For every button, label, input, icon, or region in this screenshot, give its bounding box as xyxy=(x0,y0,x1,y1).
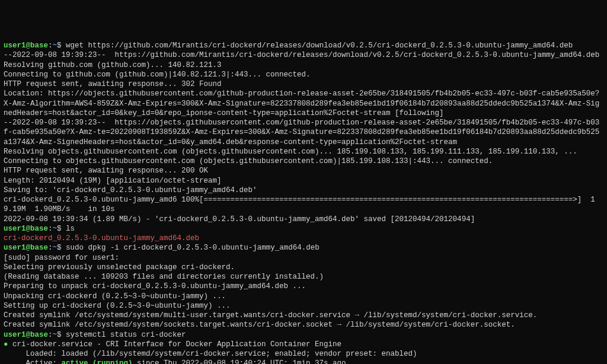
systemctl-loaded-line: Loaded: loaded (/lib/systemd/system/cri-… xyxy=(4,349,603,359)
prompt-user: user1@base xyxy=(4,225,48,233)
dpkg-output-line: (Reading database ... 109203 files and d… xyxy=(4,272,603,282)
dpkg-output-line: Unpacking cri-dockerd (0.2.5~3-0~ubuntu-… xyxy=(4,292,603,301)
wget-output-line: Connecting to github.com (github.com)|14… xyxy=(4,70,603,79)
dpkg-output-line: Preparing to unpack cri-dockerd_0.2.5.3-… xyxy=(4,282,603,291)
wget-progress-line: cri-dockerd_0.2.5.3-0.ubuntu-jammy_amd6 … xyxy=(4,195,603,215)
dpkg-command: sudo dpkg -i cri-dockerd_0.2.5.3-0.ubunt… xyxy=(66,244,320,252)
prompt-line-2: user1@base:~$ ls xyxy=(4,224,603,234)
prompt-user: user1@base xyxy=(4,41,48,50)
active-running-status: active (running) xyxy=(62,359,133,364)
systemctl-service-line: ● cri-docker.service - CRI Interface for… xyxy=(4,340,603,349)
wget-output-line: Resolving github.com (github.com)... 140… xyxy=(4,60,603,70)
wget-output-line: HTTP request sent, awaiting response... … xyxy=(4,166,603,175)
prompt-line-1: user1@base:~$ wget https://github.com/Mi… xyxy=(4,41,603,50)
dpkg-output-line: Created symlink /etc/systemd/system/mult… xyxy=(4,311,603,320)
terminal-output[interactable]: user1@base:~$ wget https://github.com/Mi… xyxy=(4,41,603,364)
ls-command: ls xyxy=(66,225,75,233)
wget-output-line: Resolving objects.githubusercontent.com … xyxy=(4,147,603,157)
ls-output-file: cri-dockerd_0.2.5.3-0.ubuntu-jammy_amd64… xyxy=(4,234,603,243)
wget-output-line: Saving to: 'cri-dockerd_0.2.5.3-0.ubuntu… xyxy=(4,186,603,195)
prompt-user: user1@base xyxy=(4,331,48,339)
wget-command: wget https://github.com/Mirantis/cri-doc… xyxy=(66,41,573,50)
prompt-path: ~ xyxy=(53,331,57,339)
prompt-path: ~ xyxy=(53,225,57,233)
prompt-user: user1@base xyxy=(4,244,48,252)
wget-output-line: Location: https://objects.githubusercont… xyxy=(4,89,603,118)
wget-output-line: --2022-09-08 19:39:23-- https://objects.… xyxy=(4,118,603,147)
wget-output-line: HTTP request sent, awaiting response... … xyxy=(4,79,603,89)
wget-summary-line: 2022-09-08 19:39:34 (1.89 MB/s) - 'cri-d… xyxy=(4,215,603,224)
dpkg-output-line: [sudo] password for user1: xyxy=(4,253,603,263)
dpkg-output-line: Selecting previously unselected package … xyxy=(4,263,603,272)
systemctl-command: systemctl status cri-docker xyxy=(66,331,186,339)
prompt-line-3: user1@base:~$ sudo dpkg -i cri-dockerd_0… xyxy=(4,243,603,253)
prompt-line-4: user1@base:~$ systemctl status cri-docke… xyxy=(4,330,603,340)
dpkg-output-line: Created symlink /etc/systemd/system/sock… xyxy=(4,320,603,330)
wget-output-line: Length: 20120494 (19M) [application/octe… xyxy=(4,176,603,186)
status-dot-icon: ● xyxy=(4,340,8,349)
prompt-path: ~ xyxy=(53,244,57,252)
wget-output-line: Connecting to objects.githubusercontent.… xyxy=(4,157,603,166)
dpkg-output-line: Setting up cri-dockerd (0.2.5~3-0~ubuntu… xyxy=(4,301,603,311)
systemctl-active-line: Active: active (running) since Thu 2022-… xyxy=(4,359,603,364)
wget-output-line: --2022-09-08 19:39:23-- https://github.c… xyxy=(4,50,603,60)
prompt-path: ~ xyxy=(53,41,57,50)
